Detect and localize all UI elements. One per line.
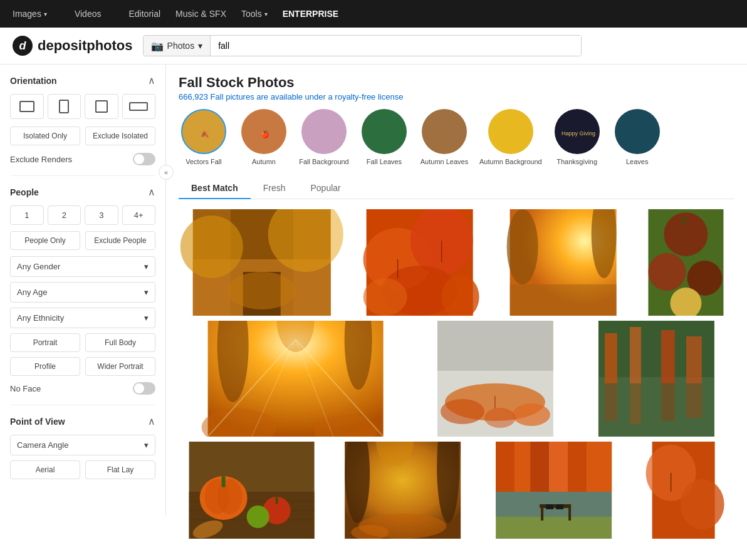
- main-layout: Orientation ∧: [0, 65, 747, 556]
- category-thanksgiving[interactable]: Happy Giving Thanksgiving: [552, 109, 602, 165]
- category-label-fall-leaves: Fall Leaves: [367, 158, 402, 165]
- no-face-label: No Face: [10, 384, 41, 393]
- photo-item-light-rays[interactable]: [179, 321, 412, 437]
- photo-item-fall-path2[interactable]: [330, 442, 476, 539]
- sort-tab-best-match[interactable]: Best Match: [179, 178, 251, 199]
- category-autumn-background[interactable]: Autumn Background: [479, 109, 542, 165]
- any-gender-dropdown[interactable]: Any Gender ▾: [10, 256, 155, 277]
- gender-chevron-icon: ▾: [144, 262, 149, 271]
- any-age-dropdown[interactable]: Any Age ▾: [10, 282, 155, 303]
- svg-point-49: [441, 399, 484, 424]
- top-navigation: Images ▾ Videos Editorial Music & SFX To…: [0, 0, 747, 28]
- flat-lay-button[interactable]: Flat Lay: [85, 460, 155, 479]
- photo-row-2: [179, 321, 734, 437]
- nav-editorial[interactable]: Editorial: [128, 9, 160, 19]
- photo-item-autumn-sunset[interactable]: [494, 209, 632, 316]
- no-face-row: No Face: [10, 382, 155, 395]
- camera-angle-dropdown[interactable]: Camera Angle ▾: [10, 435, 155, 455]
- category-label-fall-background: Fall Background: [299, 158, 349, 165]
- category-leaves[interactable]: Leaves: [612, 109, 662, 165]
- count-1-button[interactable]: 1: [10, 205, 44, 225]
- svg-rect-71: [222, 476, 226, 487]
- photo-item-leaves-white[interactable]: [417, 321, 573, 437]
- pov-section: Point of View ∧ Camera Angle ▾ Aerial Fl…: [10, 415, 155, 495]
- category-fall-background[interactable]: Fall Background: [299, 109, 349, 165]
- sidebar-collapse-button[interactable]: «: [159, 165, 174, 180]
- svg-rect-60: [630, 383, 641, 424]
- exclude-people-button[interactable]: Exclude People: [85, 231, 155, 250]
- pano-orientation-button[interactable]: [122, 94, 156, 119]
- count-4plus-button[interactable]: 4+: [122, 205, 156, 225]
- photo-item-pumpkin-wood[interactable]: [179, 442, 325, 539]
- search-type-button[interactable]: 📷 Photos ▾: [144, 36, 211, 56]
- wider-portrait-button[interactable]: Wider Portrait: [85, 357, 155, 376]
- exclude-renders-toggle[interactable]: [133, 153, 155, 165]
- no-face-toggle[interactable]: [133, 382, 155, 395]
- nav-videos[interactable]: Videos: [62, 0, 114, 28]
- photo-item-maple-leaves[interactable]: [350, 209, 489, 316]
- svg-rect-62: [686, 383, 702, 418]
- photo-row-1: [179, 209, 734, 316]
- page-subtitle: 666,923 Fall pictures are available unde…: [179, 92, 734, 101]
- category-autumn[interactable]: 🍎 Autumn: [239, 109, 289, 165]
- people-count-grid: 1 2 3 4+: [10, 205, 155, 225]
- photo-item-forest-path[interactable]: [179, 209, 345, 316]
- portrait-button[interactable]: Portrait: [10, 333, 80, 352]
- category-circle-autumn-leaves: [422, 109, 467, 154]
- isolated-only-button[interactable]: Isolated Only: [10, 127, 80, 145]
- profile-button[interactable]: Profile: [10, 357, 80, 376]
- pov-collapse-button[interactable]: ∧: [148, 415, 155, 427]
- categories-row: 🍂 Vectors Fall 🍎 Autumn Fall Background: [179, 109, 734, 165]
- photo-item-fall-reflection[interactable]: [481, 442, 627, 539]
- svg-rect-84: [496, 442, 515, 492]
- category-circle-fall-background: [301, 109, 347, 154]
- images-dropdown-arrow: ▾: [44, 11, 47, 18]
- category-circle-fall-leaves: [362, 109, 407, 154]
- category-circle-thanksgiving: Happy Giving: [555, 109, 600, 154]
- aerial-button[interactable]: Aerial: [10, 460, 80, 479]
- logo[interactable]: d depositphotos: [13, 36, 133, 56]
- sort-tab-popular[interactable]: Popular: [298, 178, 353, 199]
- count-3-button[interactable]: 3: [85, 205, 118, 225]
- photo-item-fall-lake[interactable]: [578, 321, 734, 437]
- category-vectors-fall[interactable]: 🍂 Vectors Fall: [179, 109, 229, 165]
- full-body-button[interactable]: Full Body: [85, 333, 155, 352]
- sidebar-wrapper: Orientation ∧: [0, 65, 166, 556]
- photo-row-3: [179, 442, 734, 539]
- search-bar-row: d depositphotos 📷 Photos ▾: [0, 28, 747, 65]
- people-title: People: [10, 187, 39, 197]
- age-chevron-icon: ▾: [144, 288, 149, 297]
- exclude-isolated-button[interactable]: Exclude Isolated: [85, 127, 155, 145]
- any-ethnicity-dropdown[interactable]: Any Ethnicity ▾: [10, 308, 155, 328]
- svg-point-22: [363, 278, 407, 316]
- search-input[interactable]: [211, 36, 580, 56]
- orientation-grid: [10, 94, 155, 119]
- category-fall-leaves[interactable]: Fall Leaves: [359, 109, 409, 165]
- nav-tools[interactable]: Tools ▾: [241, 9, 268, 19]
- content-header: Fall Stock Photos 666,923 Fall pictures …: [179, 75, 734, 101]
- nav-music-sfx[interactable]: Music & SFX: [175, 9, 226, 19]
- category-circle-vectors-fall: 🍂: [181, 109, 226, 154]
- category-autumn-leaves[interactable]: Autumn Leaves: [419, 109, 469, 165]
- svg-rect-86: [531, 442, 550, 492]
- portrait-orientation-button[interactable]: [48, 94, 81, 119]
- nav-enterprise[interactable]: ENTERPRISE: [283, 9, 338, 19]
- svg-rect-57: [661, 330, 675, 383]
- nav-images[interactable]: Images ▾: [13, 9, 47, 19]
- svg-rect-74: [276, 497, 278, 504]
- orientation-collapse-button[interactable]: ∧: [148, 75, 155, 86]
- aerial-flatlay-row: Aerial Flat Lay: [10, 460, 155, 479]
- svg-rect-58: [686, 336, 702, 383]
- orientation-header: Orientation ∧: [10, 75, 155, 86]
- landscape-orientation-button[interactable]: [10, 94, 44, 119]
- count-2-button[interactable]: 2: [48, 205, 81, 225]
- camera-angle-chevron-icon: ▾: [144, 440, 149, 450]
- photo-item-partial[interactable]: [632, 442, 734, 539]
- people-only-button[interactable]: People Only: [10, 231, 80, 250]
- people-collapse-button[interactable]: ∧: [148, 186, 155, 198]
- sort-tab-fresh[interactable]: Fresh: [251, 178, 298, 199]
- square-orientation-button[interactable]: [85, 94, 118, 119]
- orientation-section: Orientation ∧: [10, 75, 155, 176]
- photo-item-apples[interactable]: [637, 209, 734, 316]
- svg-text:🍎: 🍎: [261, 130, 269, 138]
